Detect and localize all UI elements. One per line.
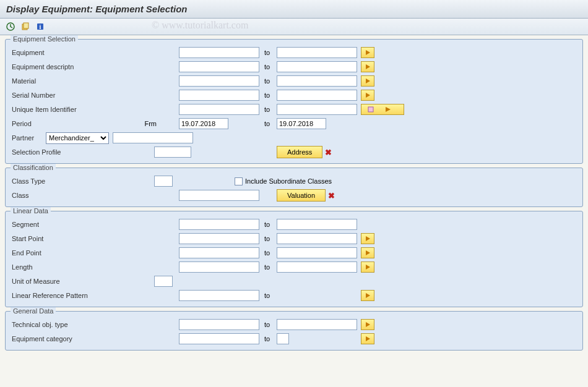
row-unique-item: Unique Item Identifier to: [12, 103, 576, 116]
equip-cat-from-input[interactable]: [179, 333, 259, 344]
unique-item-to-input[interactable]: [277, 104, 357, 115]
selection-profile-input[interactable]: [154, 147, 191, 158]
tech-obj-to-input[interactable]: [277, 319, 357, 330]
multi-select-button[interactable]: [361, 247, 374, 258]
multi-select-button[interactable]: [361, 61, 374, 72]
svg-text:i: i: [40, 23, 41, 30]
label-serial: Serial Number: [12, 91, 98, 99]
unique-item-from-input[interactable]: [179, 104, 259, 115]
label-equipment-desc: Equipment descriptn: [12, 63, 98, 70]
address-button[interactable]: Address: [277, 146, 322, 158]
multi-select-button[interactable]: [361, 262, 374, 273]
serial-to-input[interactable]: [277, 90, 357, 101]
equipment-to-input[interactable]: [277, 47, 357, 58]
multi-select-button[interactable]: [361, 90, 374, 101]
arrow-right-icon: [366, 250, 370, 255]
to-label: to: [259, 235, 277, 242]
row-equip-cat: Equipment category to: [12, 332, 576, 346]
label-end-point: End Point: [12, 249, 98, 257]
include-subordinate-checkbox[interactable]: [235, 177, 243, 185]
start-point-to-input[interactable]: [277, 233, 357, 244]
row-period: Period Frm to: [12, 117, 576, 130]
group-general-data: General Data Technical obj. type to Equi…: [5, 311, 583, 351]
execute-icon[interactable]: [5, 21, 16, 32]
period-to-input[interactable]: [277, 118, 326, 129]
to-label: to: [259, 321, 277, 328]
row-class-type: Class Type Include Subordinate Classes: [12, 174, 576, 188]
partner-select[interactable]: Merchandizer_: [46, 132, 109, 144]
to-label: to: [259, 49, 277, 56]
to-label: to: [259, 221, 277, 228]
multi-select-button[interactable]: [361, 333, 374, 344]
multi-select-button[interactable]: [361, 233, 374, 244]
label-partner: Partner: [12, 134, 46, 142]
checkbox-label: Include Subordinate Classes: [245, 177, 332, 185]
to-label: to: [259, 63, 277, 70]
arrow-right-icon: [366, 322, 370, 327]
multi-select-button[interactable]: [361, 47, 374, 58]
label-selection-profile: Selection Profile: [12, 148, 154, 156]
end-point-from-input[interactable]: [179, 247, 259, 258]
row-length: Length to: [12, 260, 576, 274]
label-class: Class: [12, 192, 154, 199]
row-start-point: Start Point to: [12, 232, 576, 245]
arrow-right-icon: [366, 293, 370, 298]
row-class: Class Valuation ✖: [12, 189, 576, 202]
segment-to-input[interactable]: [277, 219, 357, 230]
linear-ref-from-input[interactable]: [179, 290, 259, 301]
partner-input[interactable]: [113, 132, 193, 143]
to-label: to: [259, 292, 277, 299]
close-icon[interactable]: ✖: [328, 191, 335, 200]
arrow-right-icon: [366, 64, 370, 69]
equipment-from-input[interactable]: [179, 47, 259, 58]
arrow-right-icon: [366, 93, 370, 98]
label-start-point: Start Point: [12, 235, 98, 242]
label-period: Period: [12, 120, 98, 127]
label-class-type: Class Type: [12, 177, 154, 185]
close-icon[interactable]: ✖: [325, 148, 332, 157]
row-tech-obj: Technical obj. type to: [12, 318, 576, 331]
serial-from-input[interactable]: [179, 90, 259, 101]
variant-icon[interactable]: [20, 21, 31, 32]
to-label: to: [259, 249, 277, 257]
equipment-desc-to-input[interactable]: [277, 61, 357, 72]
label-uom: Unit of Measure: [12, 278, 154, 285]
info-icon[interactable]: i: [35, 21, 46, 32]
uom-input[interactable]: [154, 276, 173, 287]
material-to-input[interactable]: [277, 75, 357, 87]
row-serial: Serial Number to: [12, 88, 576, 102]
tech-obj-from-input[interactable]: [179, 319, 259, 330]
group-title: Linear Data: [11, 207, 51, 215]
segment-from-input[interactable]: [179, 219, 259, 230]
class-input[interactable]: [179, 190, 259, 201]
class-type-input[interactable]: [154, 176, 173, 187]
material-from-input[interactable]: [179, 75, 259, 87]
multi-select-button[interactable]: [361, 75, 374, 87]
to-label: to: [259, 91, 277, 99]
to-label: to: [259, 77, 277, 85]
group-linear-data: Linear Data Segment to Start Point to En…: [5, 211, 583, 307]
row-end-point: End Point to: [12, 246, 576, 260]
page-title: Display Equipment: Equipment Selection: [6, 4, 582, 14]
label-unique-item: Unique Item Identifier: [12, 106, 98, 113]
end-point-to-input[interactable]: [277, 247, 357, 258]
multi-select-button-wide[interactable]: [361, 104, 404, 115]
label-material: Material: [12, 77, 98, 85]
valuation-button[interactable]: Valuation: [277, 189, 326, 202]
arrow-right-icon: [366, 79, 370, 83]
label-equipment: Equipment: [12, 49, 98, 56]
group-title: Equipment Selection: [11, 35, 78, 43]
multi-select-button[interactable]: [361, 319, 374, 330]
start-point-from-input[interactable]: [179, 233, 259, 244]
multi-select-button[interactable]: [361, 290, 374, 301]
period-from-input[interactable]: [179, 118, 228, 129]
equip-cat-to-input[interactable]: [277, 333, 289, 344]
equipment-desc-from-input[interactable]: [179, 61, 259, 72]
length-from-input[interactable]: [179, 262, 259, 273]
length-to-input[interactable]: [277, 262, 357, 273]
label-linear-ref: Linear Reference Pattern: [12, 292, 98, 299]
arrow-right-icon: [366, 50, 370, 55]
row-partner: Partner Merchandizer_: [12, 131, 576, 145]
toolbar: i: [0, 19, 588, 35]
svg-rect-2: [24, 23, 28, 28]
